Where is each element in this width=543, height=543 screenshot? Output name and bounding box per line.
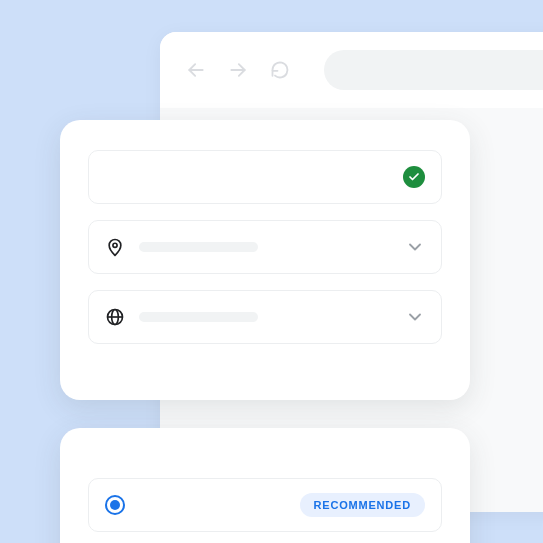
location-placeholder [139, 242, 258, 252]
address-bar[interactable] [324, 50, 543, 90]
back-icon[interactable] [186, 60, 206, 80]
language-placeholder [139, 312, 258, 322]
forward-icon[interactable] [228, 60, 248, 80]
verified-field [88, 150, 442, 204]
reload-icon[interactable] [270, 60, 290, 80]
location-dropdown[interactable] [88, 220, 442, 274]
settings-card [60, 120, 470, 400]
language-dropdown[interactable] [88, 290, 442, 344]
globe-icon [105, 307, 125, 327]
chevron-down-icon [405, 307, 425, 327]
checkmark-icon [403, 166, 425, 188]
browser-toolbar [160, 32, 543, 108]
recommended-option[interactable]: RECOMMENDED [88, 478, 442, 532]
radio-selected-icon [105, 495, 125, 515]
options-card: RECOMMENDED [60, 428, 470, 543]
svg-point-2 [113, 243, 117, 247]
map-pin-icon [105, 237, 125, 257]
recommended-badge: RECOMMENDED [300, 493, 425, 517]
chevron-down-icon [405, 237, 425, 257]
